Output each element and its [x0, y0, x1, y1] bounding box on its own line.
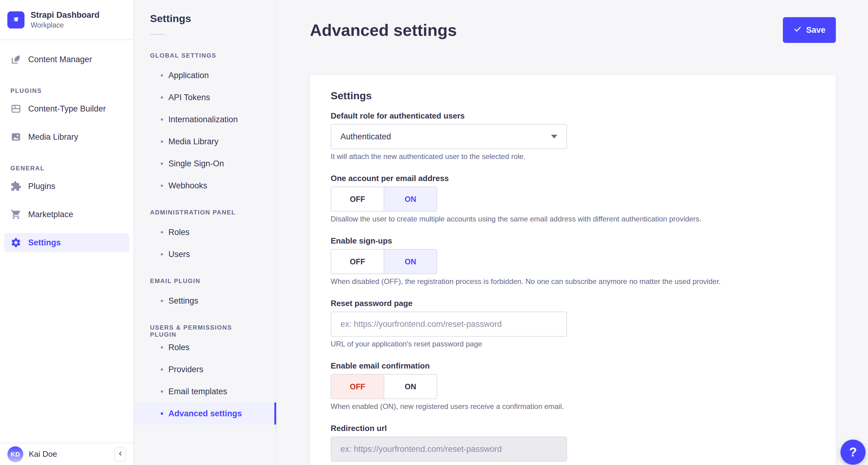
field-reset-password-page: Reset password page URL of your applicat…	[331, 299, 815, 348]
layout-grid-icon	[10, 103, 22, 114]
avatar[interactable]: KD	[7, 446, 23, 462]
select-value: Authenticated	[340, 132, 391, 142]
enable-sign-ups-toggle[interactable]: OFF ON	[331, 249, 437, 274]
subnav-item-up-providers[interactable]: Providers	[134, 358, 276, 380]
sidebar-item-marketplace[interactable]: Marketplace	[4, 205, 129, 224]
bullet-icon	[160, 159, 168, 169]
subnav-section-email-plugin: EMAIL PLUGIN Settings	[134, 278, 276, 312]
subnav-item-up-roles[interactable]: Roles	[134, 336, 276, 358]
subnav-item-application[interactable]: Application	[134, 64, 276, 86]
save-button[interactable]: Save	[783, 17, 836, 43]
bullet-icon	[160, 250, 168, 259]
help-button[interactable]: ?	[840, 440, 866, 465]
field-label: Redirection url	[331, 424, 815, 433]
subnav-item-up-advanced-settings[interactable]: Advanced settings	[134, 403, 276, 425]
brand-subtitle: Workplace	[31, 21, 99, 29]
field-label: Enable sign-ups	[331, 236, 815, 245]
sidebar-item-media-library[interactable]: Media Library	[4, 127, 129, 146]
bullet-icon	[160, 409, 168, 418]
sidebar-item-settings[interactable]: Settings	[4, 233, 129, 252]
redirection-url-input	[331, 437, 567, 462]
settings-subnav: Settings GLOBAL SETTINGS Application API…	[134, 0, 277, 465]
toggle-on-option[interactable]: ON	[384, 250, 437, 273]
sidebar-item-label: Content Manager	[28, 55, 92, 64]
bullet-icon	[160, 387, 168, 397]
field-hint: Disallow the user to create multiple acc…	[331, 215, 815, 223]
field-enable-email-confirmation: Enable email confirmation OFF ON When en…	[331, 361, 815, 411]
workspace-brand[interactable]: Strapi Dashboard Workplace	[0, 0, 133, 40]
toggle-on-option[interactable]: ON	[384, 375, 437, 399]
field-enable-sign-ups: Enable sign-ups OFF ON When disabled (OF…	[331, 236, 815, 286]
subnav-item-api-tokens[interactable]: API Tokens	[134, 86, 276, 109]
field-redirection-url: Redirection url	[331, 424, 815, 462]
sidebar-item-label: Settings	[28, 238, 61, 248]
subnav-item-admin-users[interactable]: Users	[134, 243, 276, 265]
field-label: Reset password page	[331, 299, 815, 308]
field-label: Default role for authenticated users	[331, 111, 815, 120]
settings-card: Settings Default role for authenticated …	[310, 75, 836, 465]
sidebar-section-general: GENERAL	[4, 165, 129, 172]
brand-title: Strapi Dashboard	[31, 10, 99, 20]
toggle-off-option[interactable]: OFF	[331, 187, 384, 211]
question-mark-icon: ?	[849, 445, 857, 460]
bullet-icon	[160, 115, 168, 124]
toggle-off-option[interactable]: OFF	[331, 375, 384, 399]
main-sidebar: Strapi Dashboard Workplace Content Manag…	[0, 0, 134, 465]
sidebar-item-label: Media Library	[28, 132, 79, 142]
bullet-icon	[160, 181, 168, 191]
bullet-icon	[160, 71, 168, 80]
check-icon	[793, 25, 802, 35]
sidebar-section-plugins: PLUGINS	[4, 87, 129, 94]
subnav-section-label: EMAIL PLUGIN	[134, 278, 276, 285]
sidebar-item-label: Marketplace	[28, 210, 73, 219]
app-root: Strapi Dashboard Workplace Content Manag…	[0, 0, 868, 465]
subnav-section-label: GLOBAL SETTINGS	[134, 52, 276, 59]
sidebar-item-label: Plugins	[28, 182, 55, 191]
subnav-title: Settings	[134, 12, 276, 25]
sidebar-item-plugins[interactable]: Plugins	[4, 177, 129, 196]
subnav-item-internationalization[interactable]: Internationalization	[134, 109, 276, 130]
bullet-icon	[160, 343, 168, 352]
subnav-item-admin-roles[interactable]: Roles	[134, 221, 276, 243]
page-header: Advanced settings Save	[310, 0, 836, 43]
cart-icon	[10, 209, 22, 220]
bullet-icon	[160, 228, 168, 237]
toggle-on-option[interactable]: ON	[384, 187, 437, 211]
subnav-section-label: USERS & PERMISSIONS PLUGIN	[134, 324, 276, 331]
field-one-account-per-email: One account per email address OFF ON Dis…	[331, 174, 815, 223]
field-hint: When disabled (OFF), the registration pr…	[331, 277, 815, 286]
field-hint: When enabled (ON), new registered users …	[331, 402, 815, 411]
field-default-role: Default role for authenticated users Aut…	[331, 111, 815, 161]
field-label: Enable email confirmation	[331, 361, 815, 370]
subnav-section-global-settings: GLOBAL SETTINGS Application API Tokens I…	[134, 52, 276, 197]
subnav-item-email-settings[interactable]: Settings	[134, 290, 276, 312]
puzzle-icon	[10, 181, 22, 192]
bullet-icon	[160, 365, 168, 374]
email-confirmation-toggle[interactable]: OFF ON	[331, 374, 437, 399]
strapi-logo-icon	[7, 11, 25, 28]
collapse-sidebar-button[interactable]	[115, 447, 126, 462]
sidebar-item-content-type-builder[interactable]: Content-Type Builder	[4, 99, 129, 118]
chevron-left-icon	[117, 450, 124, 458]
subnav-section-administration-panel: ADMINISTRATION PANEL Roles Users	[134, 209, 276, 265]
user-row: KD Kai Doe	[0, 443, 133, 465]
sidebar-item-content-manager[interactable]: Content Manager	[4, 50, 129, 69]
pen-icon	[10, 54, 22, 65]
card-heading: Settings	[331, 89, 815, 102]
sidebar-item-label: Content-Type Builder	[28, 104, 106, 114]
subnav-item-webhooks[interactable]: Webhooks	[134, 175, 276, 197]
reset-password-page-input[interactable]	[331, 312, 567, 337]
field-hint: URL of your application's reset password…	[331, 340, 815, 348]
subnav-item-up-email-templates[interactable]: Email templates	[134, 380, 276, 403]
toggle-off-option[interactable]: OFF	[331, 250, 384, 273]
default-role-select[interactable]: Authenticated	[331, 124, 567, 149]
subnav-item-single-sign-on[interactable]: Single Sign-On	[134, 152, 276, 175]
subnav-section-label: ADMINISTRATION PANEL	[134, 209, 276, 216]
bullet-icon	[160, 137, 168, 146]
one-account-toggle[interactable]: OFF ON	[331, 186, 437, 212]
user-name: Kai Doe	[29, 449, 57, 459]
gear-icon	[10, 237, 22, 248]
picture-icon	[10, 132, 22, 142]
subnav-item-media-library[interactable]: Media Library	[134, 130, 276, 152]
chevron-down-icon	[551, 135, 557, 139]
